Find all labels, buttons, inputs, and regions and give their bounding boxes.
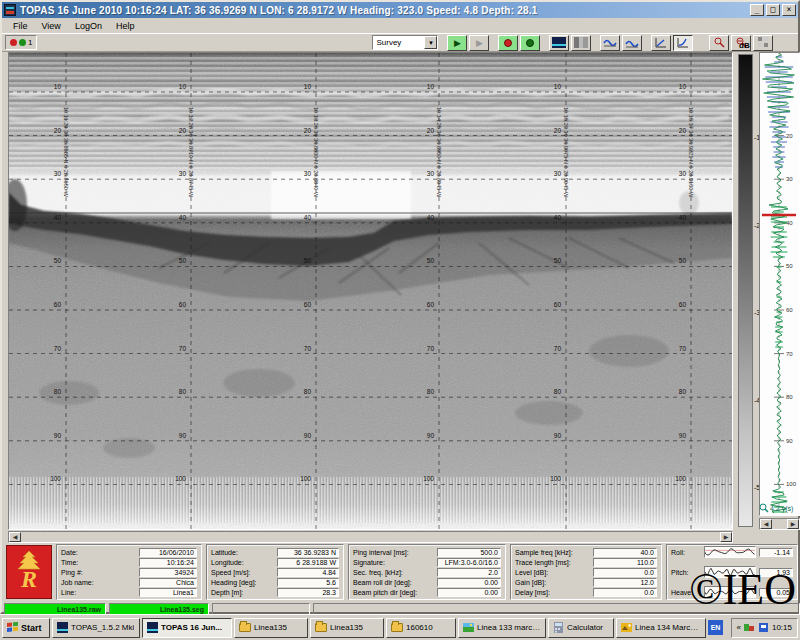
grid-time-label: 30 — [54, 170, 62, 177]
mode-select[interactable]: Survey ▼ — [372, 35, 438, 50]
ping-annotation: 10:13:26 36 36.8830 N 6 28.8840 W — [313, 107, 319, 198]
field-label: Level [dB]: — [515, 569, 593, 576]
trace-tick-label: 30 — [786, 176, 793, 182]
task-image-linea134[interactable]: Linea 134 Marca 69... — [616, 618, 706, 638]
task-folder-linea135[interactable]: Linea135 — [234, 618, 308, 638]
start-button[interactable]: Start — [2, 618, 50, 638]
field-label: Latitude: — [211, 549, 277, 556]
task-topas-active[interactable]: TOPAS 16 Jun... — [142, 618, 232, 638]
grid-time-label: 60 — [427, 301, 435, 308]
ping-annotation: 10:11:29 36 36.8585 N 6 28.8650 W — [63, 107, 69, 197]
task-folder-linea135-2[interactable]: Linea135 — [310, 618, 384, 638]
task-label: TOPAS_1.5.2 Mki — [71, 623, 134, 632]
scroll-right-icon[interactable]: ▶ — [720, 532, 732, 542]
menu-view[interactable]: View — [35, 20, 68, 32]
field-value: 2.0 — [437, 568, 501, 577]
task-topas-app[interactable]: TOPAS_1.5.2 Mki — [52, 618, 140, 638]
grid-time-label: 10 — [179, 83, 187, 90]
step-button[interactable]: ▶ — [469, 35, 489, 51]
tray-app-icon[interactable] — [758, 622, 769, 633]
grid-time-label: 30 — [427, 170, 435, 177]
tray-network-icon[interactable] — [744, 622, 755, 633]
record-button[interactable] — [498, 35, 518, 51]
axes-icon — [655, 37, 667, 48]
field-value: LFM:3.0-6.0/16.0 — [437, 558, 501, 567]
grid-time-label: 100 — [675, 475, 686, 482]
topas-icon — [147, 622, 158, 633]
echogram-view-button[interactable] — [549, 35, 569, 51]
grid-time-label: 10 — [304, 83, 312, 90]
maximize-button[interactable]: □ — [766, 4, 780, 16]
plot-axes-button[interactable] — [651, 35, 671, 51]
field-label: Job name: — [61, 579, 139, 586]
calculator-icon — [553, 622, 564, 633]
db-colorbar — [738, 54, 753, 527]
trace-tick-label: 70 — [786, 351, 793, 357]
trace-wave-alt-button[interactable] — [622, 35, 642, 51]
grid-time-label: 50 — [179, 257, 187, 264]
trace-panel[interactable]: 2030405060708090100 — [759, 52, 800, 516]
field-value: 0.0 — [593, 568, 657, 577]
grid-time-label: 100 — [175, 475, 186, 482]
scroll-left-icon[interactable]: ◀ — [760, 519, 772, 529]
grid-time-label: 60 — [679, 301, 687, 308]
grid-time-label: 90 — [54, 432, 62, 439]
grayscale-view-button[interactable] — [571, 35, 591, 51]
menu-file[interactable]: File — [6, 20, 35, 32]
magnifier-icon — [759, 503, 769, 513]
title-bar: TOPAS 16 June 2010 10:16:24 LAT: 36 36.9… — [2, 2, 798, 18]
topas-icon — [57, 622, 68, 633]
zoom-in-button[interactable] — [709, 35, 729, 51]
play-button[interactable]: ▶ — [447, 35, 467, 51]
field-value: Linea1 — [139, 588, 197, 597]
roll-sparkline — [704, 546, 756, 558]
grid-time-label: 30 — [679, 170, 687, 177]
grid-time-label: 70 — [179, 345, 187, 352]
field-label: Speed [m/s]: — [211, 569, 277, 576]
svg-text:R: R — [20, 566, 37, 592]
grid-time-label: 100 — [550, 475, 561, 482]
db-label: dB — [739, 41, 750, 50]
grid-time-label: 60 — [54, 301, 62, 308]
grid-time-label: 20 — [554, 127, 562, 134]
pan-button[interactable] — [753, 35, 773, 51]
task-label: Linea135 — [254, 623, 287, 632]
menu-logon[interactable]: LogOn — [68, 20, 109, 32]
trace-plot: 2030405060708090100 — [760, 53, 799, 515]
grid-time-label: 40 — [554, 214, 562, 221]
task-folder-160610[interactable]: 160610 — [386, 618, 456, 638]
minimize-button[interactable]: _ — [750, 4, 764, 16]
plot-axes-active-button[interactable] — [673, 35, 693, 51]
task-calculator[interactable]: Calculator — [548, 618, 614, 638]
field-value: 0.00 — [437, 588, 501, 597]
scroll-right-icon[interactable]: ▶ — [787, 519, 799, 529]
tray-clock: 10:15 — [772, 623, 792, 632]
field-label: Time: — [61, 559, 139, 566]
menu-help[interactable]: Help — [109, 20, 142, 32]
close-button[interactable]: × — [782, 4, 796, 16]
grid-time-label: 80 — [427, 388, 435, 395]
echogram-canvas[interactable]: 10203040506070809010010:11:29 36 36.8585… — [8, 52, 733, 530]
trace-hscrollbar[interactable]: ◀ ▶ — [759, 518, 800, 530]
language-indicator[interactable]: EN — [708, 620, 723, 635]
field-label: Ping #: — [61, 569, 139, 576]
status-panels: R Date:16/06/2010Time:10:16:24Ping #:349… — [2, 542, 800, 602]
tray-chevron[interactable]: « — [737, 623, 741, 632]
grid-time-label: 30 — [179, 170, 187, 177]
grid-time-label: 80 — [679, 388, 687, 395]
field-value: 110.0 — [593, 558, 657, 567]
task-image-linea133[interactable]: Linea 133 marca 67... — [458, 618, 546, 638]
trace-tick-label: 50 — [786, 263, 793, 269]
wave-icon — [625, 38, 639, 48]
field-label: Longitude: — [211, 559, 277, 566]
grid-time-label: 50 — [427, 257, 435, 264]
grid-time-label: 100 — [50, 475, 61, 482]
scroll-left-icon[interactable]: ◀ — [9, 532, 21, 542]
grid-time-label: 10 — [679, 83, 687, 90]
chevron-down-icon[interactable]: ▼ — [424, 36, 437, 49]
grid-time-label: 70 — [554, 345, 562, 352]
log-button[interactable] — [520, 35, 540, 51]
axes-icon — [677, 37, 689, 48]
trace-wave-button[interactable] — [600, 35, 620, 51]
grid-time-label: 40 — [54, 214, 62, 221]
